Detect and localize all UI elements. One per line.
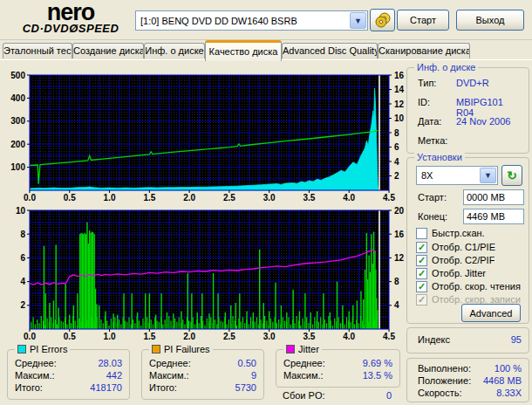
index-label: Индекс bbox=[418, 334, 450, 345]
checkmark-icon: ✓ bbox=[416, 255, 427, 266]
start-button[interactable]: Старт bbox=[397, 10, 449, 31]
max-label: Максим.: bbox=[283, 370, 324, 381]
svg-text:1.0: 1.0 bbox=[104, 332, 116, 341]
svg-text:8: 8 bbox=[394, 277, 399, 286]
disc-id-label: ID: bbox=[418, 97, 430, 107]
svg-text:12: 12 bbox=[394, 100, 405, 109]
checkbox-fast-scan[interactable]: Быстр.скан. bbox=[416, 227, 523, 239]
svg-text:2.5: 2.5 bbox=[223, 193, 235, 202]
progress-position-value: 4468 MB bbox=[483, 375, 522, 386]
checkbox-show-c1-pie[interactable]: ✓Отобр. C1/PIE bbox=[416, 241, 523, 253]
checkbox-show-read-speed[interactable]: ✓Отобр. скор. чтения bbox=[416, 280, 523, 292]
tab-benchmark[interactable]: Эталонный тест bbox=[3, 43, 72, 58]
checkmark-icon: ✓ bbox=[416, 294, 427, 305]
tab-scan-disc[interactable]: Сканирование диска bbox=[378, 43, 470, 58]
svg-text:2.0: 2.0 bbox=[183, 193, 195, 202]
disc-quality-tab-page: 1002003004005002468101214160.00.51.01.52… bbox=[0, 59, 532, 405]
logo-nero-text: nero bbox=[5, 1, 136, 24]
avg-label: Среднее: bbox=[283, 358, 325, 368]
pi-failures-jitter-chart: 246810481216200.00.51.01.52.02.53.03.54.… bbox=[0, 205, 405, 343]
advanced-button[interactable]: Advanced bbox=[461, 304, 521, 322]
avg-label: Среднее: bbox=[149, 358, 191, 368]
svg-text:4.0: 4.0 bbox=[343, 193, 355, 202]
checkmark-icon: ✓ bbox=[416, 242, 427, 253]
nero-logo: nero CD·DVDØSPEED bbox=[5, 1, 136, 34]
svg-text:16: 16 bbox=[394, 71, 405, 80]
tab-disc-info[interactable]: Инф. о диске bbox=[144, 43, 205, 58]
exit-button-label: Выход bbox=[476, 15, 505, 25]
settings-box: Установки 8X ▼ ↻ Старт: Конец: Быстр.ска… bbox=[406, 157, 529, 324]
tab-bar: Эталонный тест Создание диска Инф. о дис… bbox=[0, 40, 532, 59]
gold-discs-icon bbox=[374, 12, 392, 28]
svg-text:500: 500 bbox=[10, 71, 25, 80]
progress-box: Выполнено:100 % Положение:4468 MB Скорос… bbox=[406, 358, 529, 402]
svg-text:2.5: 2.5 bbox=[223, 332, 235, 341]
svg-text:1.0: 1.0 bbox=[104, 193, 116, 202]
speed-select-value: 8X bbox=[417, 170, 479, 181]
jitter-stats-title: Jitter bbox=[298, 344, 319, 354]
speed-select-dropdown[interactable]: 8X ▼ bbox=[416, 166, 498, 185]
pi-errors-stats-title: PI Errors bbox=[30, 344, 67, 354]
chevron-down-icon[interactable]: ▼ bbox=[480, 168, 496, 183]
svg-text:4.5: 4.5 bbox=[383, 332, 395, 341]
max-value: 9 bbox=[251, 370, 256, 381]
svg-text:2.0: 2.0 bbox=[183, 332, 195, 341]
svg-text:0.5: 0.5 bbox=[64, 193, 76, 202]
refresh-button[interactable]: ↻ bbox=[501, 165, 522, 186]
logo-cddvdspeed-text: CD·DVDØSPEED bbox=[5, 23, 136, 34]
progress-done-label: Выполнено: bbox=[418, 363, 471, 374]
tab-create-disc[interactable]: Создание диска bbox=[72, 43, 144, 58]
tab-advanced-disc-quality[interactable]: Advanced Disc Quality bbox=[282, 43, 378, 58]
pi-errors-stats-box: PI Errors Среднее:28.03 Максим.:442 Итог… bbox=[7, 349, 130, 400]
pi-failures-color-swatch bbox=[152, 345, 160, 354]
nero-cd-dvd-speed-window: { "logo": {"line1": "nero", "line2": "CD… bbox=[0, 0, 532, 405]
total-label: Итого: bbox=[15, 382, 43, 393]
avg-value: 28.03 bbox=[98, 358, 122, 368]
drive-select-dropdown[interactable]: [1:0] BENQ DVD DD DW1640 BSRB ▼ bbox=[135, 10, 368, 31]
svg-text:2: 2 bbox=[394, 171, 399, 181]
disc-type-label: Тип: bbox=[418, 78, 436, 88]
disc-eject-button[interactable] bbox=[370, 9, 395, 31]
svg-text:4: 4 bbox=[394, 157, 399, 167]
po-failures-label: Сбои PO: bbox=[283, 390, 325, 401]
svg-text:20: 20 bbox=[394, 206, 405, 216]
po-failures-value: 0 bbox=[386, 390, 392, 401]
svg-text:4: 4 bbox=[20, 277, 25, 286]
disc-id-value: MBIPG101 R04 bbox=[456, 97, 522, 118]
svg-text:3.5: 3.5 bbox=[303, 332, 315, 341]
svg-text:14: 14 bbox=[394, 85, 405, 94]
tab-disc-quality[interactable]: Качество диска bbox=[205, 40, 282, 61]
checkbox-show-jitter[interactable]: ✓Отобр. Jitter bbox=[416, 267, 523, 279]
svg-text:4: 4 bbox=[394, 300, 399, 310]
start-button-label: Старт bbox=[410, 15, 436, 25]
svg-text:16: 16 bbox=[394, 230, 405, 239]
svg-text:12: 12 bbox=[394, 253, 405, 263]
scan-end-input[interactable] bbox=[463, 209, 524, 224]
svg-text:3.5: 3.5 bbox=[303, 193, 315, 202]
total-value: 5730 bbox=[235, 382, 256, 393]
scan-start-input[interactable] bbox=[463, 189, 524, 205]
svg-text:4.5: 4.5 bbox=[383, 193, 395, 202]
scan-start-label: Старт: bbox=[418, 192, 447, 202]
checkmark-icon: ✓ bbox=[416, 268, 427, 279]
toolbar: nero CD·DVDØSPEED [1:0] BENQ DVD DD DW16… bbox=[0, 0, 532, 40]
pi-failures-stats-box: PI Failures Среднее:0.50 Максим.:9 Итого… bbox=[141, 349, 264, 400]
max-label: Максим.: bbox=[15, 370, 55, 381]
chevron-down-icon[interactable]: ▼ bbox=[350, 12, 366, 29]
svg-text:2: 2 bbox=[20, 300, 25, 310]
svg-text:8: 8 bbox=[394, 128, 399, 138]
svg-text:300: 300 bbox=[10, 116, 25, 126]
exit-button[interactable]: Выход bbox=[456, 10, 524, 31]
svg-text:1.5: 1.5 bbox=[143, 332, 155, 341]
index-value: 95 bbox=[511, 334, 522, 345]
progress-position-label: Положение: bbox=[418, 375, 471, 386]
svg-text:6: 6 bbox=[394, 142, 399, 152]
index-box: Индекс95 bbox=[406, 327, 529, 354]
jitter-color-swatch bbox=[286, 345, 295, 354]
progress-speed-value: 8.33X bbox=[496, 388, 522, 398]
svg-text:4.0: 4.0 bbox=[343, 332, 355, 341]
max-value: 442 bbox=[106, 370, 122, 381]
po-failures-row: Сбои PO: 0 bbox=[283, 390, 392, 402]
svg-text:8: 8 bbox=[20, 230, 25, 239]
checkbox-show-c2-pif[interactable]: ✓Отобр. C2/PIF bbox=[416, 254, 523, 266]
